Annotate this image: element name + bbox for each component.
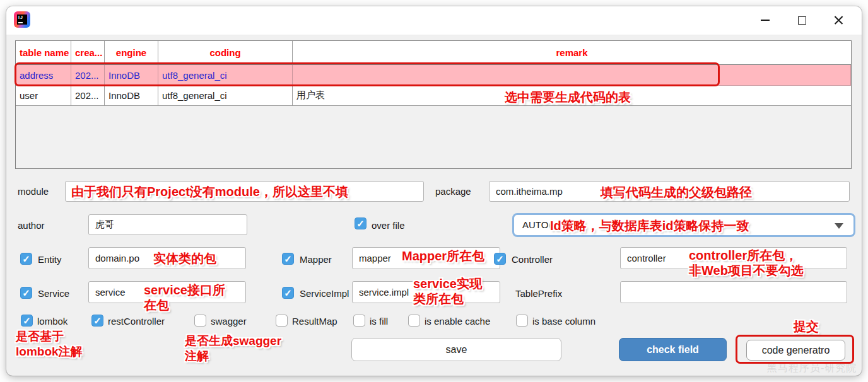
intellij-logo-text: IJ xyxy=(17,14,27,25)
package-input[interactable] xyxy=(489,181,850,202)
controller-label: Controller xyxy=(512,254,553,265)
intellij-logo-icon: IJ xyxy=(14,11,30,28)
mapper-label: Mapper xyxy=(300,254,332,265)
is-fill-checkbox[interactable] xyxy=(353,315,365,327)
cell-coding: utf8_general_ci xyxy=(158,86,293,105)
cell-engine: InnoDB xyxy=(105,86,158,105)
maximize-icon xyxy=(798,16,806,25)
table-prefix-input[interactable] xyxy=(620,281,847,303)
module-label: module xyxy=(18,186,49,197)
is-fill-label: is fill xyxy=(370,316,388,327)
mapper-checkbox[interactable] xyxy=(282,253,294,265)
watermark: 黑马程序员-研究院 xyxy=(767,362,857,375)
lombok-checkbox[interactable] xyxy=(21,315,33,327)
swagger-label: swagger xyxy=(211,316,247,327)
mapper-package-input[interactable] xyxy=(352,247,500,269)
entity-checkbox[interactable] xyxy=(20,253,32,265)
maximize-button[interactable] xyxy=(787,11,816,29)
close-icon xyxy=(834,16,843,25)
rest-controller-label: restController xyxy=(108,316,165,327)
cell-create: 202... xyxy=(71,86,105,105)
close-button[interactable] xyxy=(824,11,853,29)
cell-engine: InnoDB xyxy=(105,65,158,85)
service-impl-label: ServiceImpl xyxy=(300,288,349,299)
lombok-label: lombok xyxy=(37,316,67,327)
controller-package-input[interactable] xyxy=(620,247,847,269)
table-header-row: table name crea... engine coding remark xyxy=(16,41,851,65)
cell-table-name: user xyxy=(16,86,71,105)
cell-create: 202... xyxy=(71,65,105,85)
service-impl-checkbox[interactable] xyxy=(282,287,294,299)
cell-remark xyxy=(293,65,851,85)
package-label: package xyxy=(435,186,471,197)
rest-controller-checkbox[interactable] xyxy=(91,315,103,327)
cell-coding: utf8_general_ci xyxy=(158,65,293,85)
service-package-input[interactable] xyxy=(88,281,246,303)
minimize-button[interactable] xyxy=(751,11,780,29)
result-map-label: ResultMap xyxy=(292,316,337,327)
column-header-remark: remark xyxy=(293,41,851,64)
result-map-checkbox[interactable] xyxy=(276,315,288,327)
is-base-column-label: is base column xyxy=(532,316,595,327)
table-row-user[interactable]: user 202... InnoDB utf8_general_ci 用户表 xyxy=(16,86,851,106)
column-header-coding: coding xyxy=(158,41,293,64)
service-impl-package-input[interactable] xyxy=(352,281,500,303)
tables-grid: table name crea... engine coding remark … xyxy=(15,40,852,169)
controller-checkbox[interactable] xyxy=(494,253,506,265)
module-input[interactable] xyxy=(65,181,424,202)
minimize-icon xyxy=(761,20,770,21)
is-base-column-checkbox[interactable] xyxy=(516,315,528,327)
table-row-address-selected[interactable]: address 202... InnoDB utf8_general_ci xyxy=(16,65,851,86)
swagger-checkbox[interactable] xyxy=(194,315,206,327)
cell-remark: 用户表 xyxy=(293,86,851,105)
title-bar xyxy=(6,6,862,35)
id-strategy-select[interactable]: AUTO(ID自增) xyxy=(512,213,855,237)
chevron-down-icon xyxy=(835,223,843,229)
is-enable-cache-label: is enable cache xyxy=(425,316,490,327)
over-file-checkbox[interactable] xyxy=(355,217,367,229)
author-label: author xyxy=(18,220,45,231)
author-input[interactable] xyxy=(88,214,247,235)
service-checkbox[interactable] xyxy=(20,287,32,299)
code-generator-window: IJ table name crea... engine coding rema… xyxy=(0,0,868,382)
id-strategy-value: AUTO(ID自增) xyxy=(514,219,583,231)
entity-label: Entity xyxy=(38,254,62,265)
cell-table-name: address xyxy=(16,65,71,85)
over-file-label: over file xyxy=(372,220,405,231)
code-generator-button[interactable]: code generatro xyxy=(746,340,845,361)
table-prefix-label: TablePrefix xyxy=(515,288,562,299)
service-label: Service xyxy=(38,288,69,299)
column-header-engine: engine xyxy=(105,41,158,64)
is-enable-cache-checkbox[interactable] xyxy=(408,315,420,327)
entity-package-input[interactable] xyxy=(88,247,246,269)
save-button[interactable]: save xyxy=(351,338,561,361)
column-header-create: crea... xyxy=(71,41,105,64)
check-field-button[interactable]: check field xyxy=(619,338,727,361)
column-header-table-name: table name xyxy=(16,41,71,64)
